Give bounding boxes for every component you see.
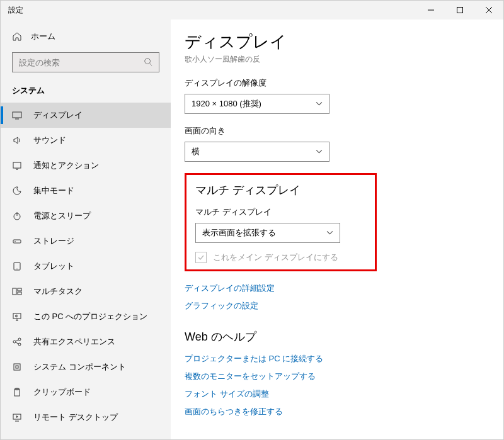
titlebar: 設定 — [1, 1, 503, 20]
sidebar-item-11[interactable]: クリップボード — [1, 380, 171, 405]
main-display-checkbox-row: これをメイン ディスプレイにする — [195, 252, 366, 263]
sidebar-item-label: 共有エクスペリエンス — [33, 336, 115, 347]
tablet-icon — [12, 261, 22, 271]
svg-rect-16 — [18, 288, 21, 291]
sidebar-item-label: マルチタスク — [33, 286, 83, 297]
minimize-button[interactable] — [416, 1, 445, 20]
advanced-display-link[interactable]: ディスプレイの詳細設定 — [185, 283, 503, 294]
sidebar-item-7[interactable]: マルチタスク — [1, 279, 171, 304]
sidebar-item-5[interactable]: ストレージ — [1, 228, 171, 254]
power-icon — [12, 211, 22, 221]
help-item-1[interactable]: 複数のモニターをセットアップする — [185, 371, 503, 382]
search-field[interactable] — [19, 58, 144, 67]
svg-rect-6 — [13, 112, 21, 118]
page-subtitle: 歌小人ソー風解歯の反 — [185, 54, 503, 65]
help-item-2[interactable]: フォント サイズの調整 — [185, 388, 503, 400]
sidebar-item-4[interactable]: 電源とスリープ — [1, 203, 171, 228]
orientation-value: 横 — [192, 146, 200, 157]
orientation-label: 画面の向き — [185, 125, 503, 137]
sidebar-item-6[interactable]: タブレット — [1, 254, 171, 279]
sidebar-item-9[interactable]: 共有エクスペリエンス — [1, 329, 171, 354]
graphics-settings-link[interactable]: グラフィックの設定 — [185, 300, 503, 312]
help-item-0[interactable]: プロジェクターまたは PC に接続する — [185, 353, 503, 364]
svg-rect-17 — [18, 292, 21, 295]
multi-display-section: マルチ ディスプレイ — [195, 183, 366, 198]
window-title: 設定 — [1, 5, 416, 16]
resolution-select[interactable]: 1920 × 1080 (推奨) — [185, 94, 329, 114]
home-icon — [12, 31, 22, 42]
svg-point-21 — [18, 343, 21, 346]
svg-rect-25 — [16, 366, 18, 368]
maximize-button[interactable] — [445, 1, 474, 20]
multi-display-highlight: マルチ ディスプレイ マルチ ディスプレイ 表示画面を拡張する これをメイン デ… — [185, 173, 377, 271]
sidebar-item-label: ストレージ — [33, 235, 74, 247]
orientation-select[interactable]: 横 — [185, 142, 329, 162]
sidebar-item-label: クリップボード — [33, 386, 91, 398]
svg-line-23 — [16, 342, 18, 344]
multi-display-value: 表示画面を拡張する — [202, 227, 276, 239]
sidebar-item-10[interactable]: システム コンポーネント — [1, 354, 171, 380]
sidebar-item-0[interactable]: ディスプレイ — [1, 103, 171, 128]
moon-icon — [12, 186, 22, 196]
share-icon — [12, 337, 22, 347]
sidebar-item-label: ディスプレイ — [33, 110, 83, 121]
sidebar-item-label: システム コンポーネント — [33, 361, 126, 373]
svg-point-12 — [14, 241, 15, 242]
multi-display-label: マルチ ディスプレイ — [195, 206, 366, 218]
search-input[interactable] — [12, 52, 159, 72]
svg-line-22 — [16, 340, 18, 341]
close-button[interactable] — [474, 1, 503, 20]
sidebar-item-label: リモート デスクトップ — [33, 412, 118, 423]
svg-point-14 — [16, 268, 17, 269]
multitask-icon — [12, 286, 22, 296]
notification-icon — [12, 161, 22, 171]
sidebar-section-label: システム — [1, 76, 171, 103]
web-help-section: Web のヘルプ — [185, 329, 503, 344]
sidebar-item-label: タブレット — [33, 261, 74, 272]
sidebar-item-2[interactable]: 通知とアクション — [1, 153, 171, 178]
svg-rect-24 — [14, 364, 20, 370]
sidebar-nav: ディスプレイサウンド通知とアクション集中モード電源とスリープストレージタブレット… — [1, 103, 171, 433]
resolution-label: ディスプレイの解像度 — [185, 77, 503, 89]
sidebar-item-12[interactable]: リモート デスクトップ — [1, 405, 171, 430]
project-icon — [12, 312, 22, 322]
sidebar-item-3[interactable]: 集中モード — [1, 178, 171, 203]
main-content: ディスプレイ 歌小人ソー風解歯の反 ディスプレイの解像度 1920 × 1080… — [171, 20, 503, 439]
sidebar-item-label: サウンド — [33, 135, 66, 146]
svg-rect-8 — [13, 162, 21, 168]
storage-icon — [12, 236, 22, 246]
sidebar-item-label: 通知とアクション — [33, 160, 99, 171]
resolution-value: 1920 × 1080 (推奨) — [192, 98, 261, 110]
chevron-down-icon — [326, 228, 333, 238]
component-icon — [12, 362, 22, 372]
remote-icon — [12, 412, 22, 422]
chevron-down-icon — [316, 99, 323, 109]
sidebar-item-8[interactable]: この PC へのプロジェクション — [1, 304, 171, 329]
main-display-checkbox-label: これをメイン ディスプレイにする — [213, 252, 338, 263]
svg-rect-1 — [457, 8, 463, 13]
display-icon — [12, 110, 22, 120]
sidebar-item-1[interactable]: サウンド — [1, 128, 171, 153]
sidebar-item-label: この PC へのプロジェクション — [33, 311, 147, 322]
help-item-3[interactable]: 画面のちらつきを修正する — [185, 406, 503, 417]
svg-point-4 — [145, 58, 151, 64]
sidebar-item-label: 集中モード — [33, 185, 74, 196]
clipboard-icon — [12, 387, 22, 397]
main-display-checkbox[interactable] — [195, 252, 207, 263]
chevron-down-icon — [316, 147, 323, 157]
multi-display-select[interactable]: 表示画面を拡張する — [195, 223, 340, 243]
sidebar: ホーム システム ディスプレイサウンド通知とアクション集中モード電源とスリープス… — [1, 20, 171, 439]
sidebar-item-label: 電源とスリープ — [33, 210, 91, 222]
page-title: ディスプレイ — [185, 31, 503, 53]
svg-point-19 — [13, 341, 16, 343]
svg-rect-11 — [13, 240, 21, 243]
search-icon — [144, 57, 152, 68]
home-label: ホーム — [31, 31, 55, 42]
sound-icon — [12, 135, 22, 145]
home-button[interactable]: ホーム — [1, 26, 171, 47]
svg-line-5 — [150, 63, 152, 65]
svg-point-20 — [18, 338, 21, 341]
svg-rect-15 — [13, 288, 16, 295]
